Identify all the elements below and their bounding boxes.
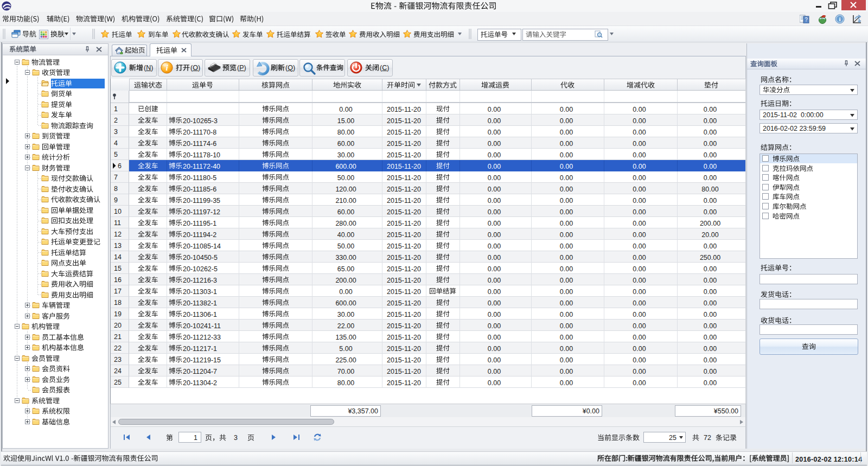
svg-text:i: i [839,16,840,22]
svg-text:?: ? [805,17,808,23]
